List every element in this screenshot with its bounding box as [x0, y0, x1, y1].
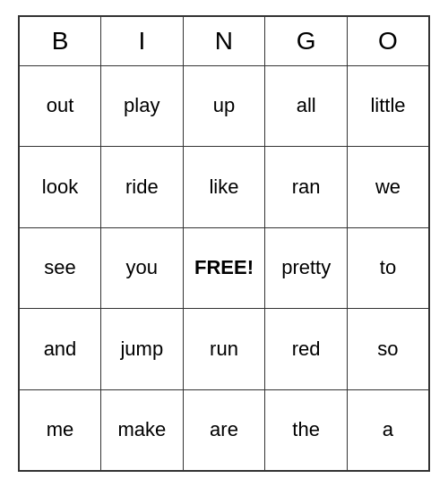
- table-cell: to: [347, 227, 429, 309]
- table-cell: a: [347, 389, 429, 471]
- table-cell: like: [183, 147, 265, 228]
- header-row: BINGO: [19, 16, 429, 65]
- table-cell: ran: [265, 147, 348, 228]
- table-cell: run: [183, 309, 265, 390]
- table-row: outplayupalllittle: [19, 65, 429, 147]
- table-cell: so: [347, 309, 429, 390]
- header-cell-o: O: [347, 16, 429, 65]
- header-cell-b: B: [19, 16, 100, 65]
- header-cell-g: G: [265, 16, 348, 65]
- table-cell: jump: [100, 309, 183, 390]
- header-cell-i: I: [100, 16, 183, 65]
- table-cell: look: [19, 147, 100, 228]
- header-cell-n: N: [183, 16, 265, 65]
- table-cell: see: [19, 227, 100, 309]
- table-cell: red: [265, 309, 348, 390]
- table-cell: up: [183, 65, 265, 147]
- table-cell: little: [347, 65, 429, 147]
- bingo-card: BINGO outplayupalllittlelookridelikeranw…: [18, 15, 430, 472]
- table-row: andjumprunredso: [19, 309, 429, 390]
- table-cell: we: [347, 147, 429, 228]
- table-row: seeyouFREE!prettyto: [19, 227, 429, 309]
- table-row: lookridelikeranwe: [19, 147, 429, 228]
- table-cell: pretty: [265, 227, 348, 309]
- table-cell: and: [19, 309, 100, 390]
- table-cell: are: [183, 389, 265, 471]
- table-cell: all: [265, 65, 348, 147]
- table-cell: make: [100, 389, 183, 471]
- table-cell: out: [19, 65, 100, 147]
- table-cell: FREE!: [183, 227, 265, 309]
- table-cell: you: [100, 227, 183, 309]
- table-cell: ride: [100, 147, 183, 228]
- table-cell: me: [19, 389, 100, 471]
- table-row: memakearethea: [19, 389, 429, 471]
- table-cell: the: [265, 389, 348, 471]
- table-cell: play: [100, 65, 183, 147]
